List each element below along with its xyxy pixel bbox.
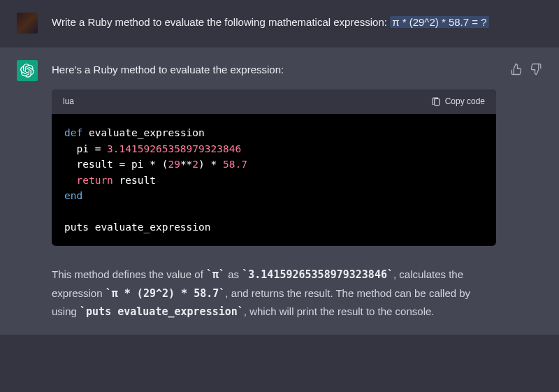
inline-code: `π` [206, 268, 225, 281]
user-prompt-prefix: Write a Ruby method to evaluate the foll… [52, 16, 390, 28]
user-message-text: Write a Ruby method to evaluate the foll… [52, 13, 542, 34]
assistant-explanation: This method defines the value of `π` as … [52, 266, 496, 321]
code-header: lua Copy code [52, 89, 496, 114]
code-block: lua Copy code def evaluate_expression pi… [52, 89, 496, 246]
user-prompt-expression: π * (29^2) * 58.7 = ? [390, 16, 488, 28]
svg-rect-0 [434, 99, 439, 105]
inline-code: `puts evaluate_expression` [80, 305, 244, 318]
assistant-message: Here's a Ruby method to evaluate the exp… [0, 48, 559, 335]
code-body: def evaluate_expression pi = 3.141592653… [52, 114, 496, 246]
copy-code-label: Copy code [445, 95, 485, 108]
user-message: Write a Ruby method to evaluate the foll… [0, 0, 559, 48]
thumbs-down-button[interactable] [530, 63, 542, 321]
openai-logo-icon [20, 64, 34, 78]
code-language-label: lua [63, 95, 74, 108]
thumbs-down-icon [530, 63, 542, 75]
user-avatar [17, 13, 38, 34]
assistant-content: Here's a Ruby method to evaluate the exp… [52, 60, 496, 321]
inline-code: `3.14159265358979323846` [242, 268, 393, 281]
assistant-avatar [17, 60, 38, 81]
copy-code-button[interactable]: Copy code [431, 95, 485, 108]
feedback-actions [510, 60, 542, 321]
inline-code: `π * (29^2) * 58.7` [106, 287, 226, 300]
assistant-intro-text: Here's a Ruby method to evaluate the exp… [52, 61, 496, 78]
clipboard-icon [431, 97, 441, 107]
thumbs-up-button[interactable] [510, 63, 523, 321]
thumbs-up-icon [510, 63, 523, 75]
